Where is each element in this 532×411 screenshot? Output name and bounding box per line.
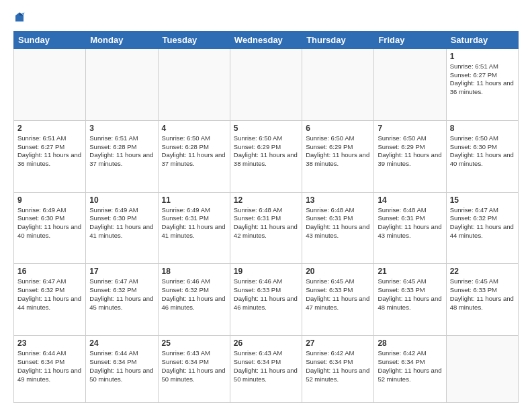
table-row: 2Sunrise: 6:51 AM Sunset: 6:27 PM Daylig… [14,120,86,192]
table-row: 21Sunrise: 6:45 AM Sunset: 6:33 PM Dayli… [374,264,446,336]
day-number: 27 [306,338,370,348]
table-row: 8Sunrise: 6:50 AM Sunset: 6:30 PM Daylig… [446,120,518,192]
logo-icon [13,11,26,24]
day-info: Sunrise: 6:43 AM Sunset: 6:34 PM Dayligh… [234,349,298,383]
col-saturday: Saturday [446,31,518,48]
day-number: 16 [17,267,82,276]
logo [13,11,28,24]
day-number: 10 [89,195,154,205]
day-number: 17 [89,267,154,276]
table-row: 20Sunrise: 6:45 AM Sunset: 6:33 PM Dayli… [302,264,374,336]
day-info: Sunrise: 6:51 AM Sunset: 6:28 PM Dayligh… [89,134,154,169]
table-row [302,48,374,120]
day-number: 5 [234,124,298,133]
day-info: Sunrise: 6:49 AM Sunset: 6:31 PM Dayligh… [162,206,226,240]
table-row: 14Sunrise: 6:48 AM Sunset: 6:31 PM Dayli… [374,192,446,264]
table-row [446,336,518,403]
day-number: 25 [162,338,226,348]
table-row: 22Sunrise: 6:45 AM Sunset: 6:33 PM Dayli… [446,264,518,336]
table-row: 26Sunrise: 6:43 AM Sunset: 6:34 PM Dayli… [230,336,302,403]
day-info: Sunrise: 6:50 AM Sunset: 6:28 PM Dayligh… [162,134,226,169]
day-info: Sunrise: 6:45 AM Sunset: 6:33 PM Dayligh… [306,277,370,312]
day-number: 4 [162,124,226,133]
calendar-week-row: 9Sunrise: 6:49 AM Sunset: 6:30 PM Daylig… [14,192,519,264]
table-row: 13Sunrise: 6:48 AM Sunset: 6:31 PM Dayli… [302,192,374,264]
calendar-week-row: 23Sunrise: 6:44 AM Sunset: 6:34 PM Dayli… [14,336,519,403]
col-friday: Friday [374,31,446,48]
day-info: Sunrise: 6:46 AM Sunset: 6:32 PM Dayligh… [162,277,226,312]
calendar-table: Sunday Monday Tuesday Wednesday Thursday… [13,31,519,403]
table-row: 3Sunrise: 6:51 AM Sunset: 6:28 PM Daylig… [86,120,158,192]
table-row: 18Sunrise: 6:46 AM Sunset: 6:32 PM Dayli… [158,264,230,336]
table-row: 5Sunrise: 6:50 AM Sunset: 6:29 PM Daylig… [230,120,302,192]
table-row: 1Sunrise: 6:51 AM Sunset: 6:27 PM Daylig… [446,48,518,120]
day-number: 6 [306,124,370,133]
day-info: Sunrise: 6:48 AM Sunset: 6:31 PM Dayligh… [306,206,370,240]
day-info: Sunrise: 6:47 AM Sunset: 6:32 PM Dayligh… [89,277,154,312]
calendar-week-row: 2Sunrise: 6:51 AM Sunset: 6:27 PM Daylig… [14,120,519,192]
calendar-week-row: 1Sunrise: 6:51 AM Sunset: 6:27 PM Daylig… [14,48,519,120]
table-row: 17Sunrise: 6:47 AM Sunset: 6:32 PM Dayli… [86,264,158,336]
day-info: Sunrise: 6:50 AM Sunset: 6:30 PM Dayligh… [450,134,515,169]
day-info: Sunrise: 6:49 AM Sunset: 6:30 PM Dayligh… [89,206,154,240]
table-row: 23Sunrise: 6:44 AM Sunset: 6:34 PM Dayli… [14,336,86,403]
table-row: 12Sunrise: 6:48 AM Sunset: 6:31 PM Dayli… [230,192,302,264]
col-tuesday: Tuesday [158,31,230,48]
day-number: 13 [306,195,370,205]
table-row [14,48,86,120]
table-row [230,48,302,120]
table-row: 7Sunrise: 6:50 AM Sunset: 6:29 PM Daylig… [374,120,446,192]
col-thursday: Thursday [302,31,374,48]
day-info: Sunrise: 6:42 AM Sunset: 6:34 PM Dayligh… [378,349,442,383]
table-row: 10Sunrise: 6:49 AM Sunset: 6:30 PM Dayli… [86,192,158,264]
day-info: Sunrise: 6:50 AM Sunset: 6:29 PM Dayligh… [306,134,370,169]
day-number: 3 [89,124,154,133]
day-info: Sunrise: 6:42 AM Sunset: 6:34 PM Dayligh… [306,349,370,383]
col-sunday: Sunday [14,31,86,48]
table-row: 19Sunrise: 6:46 AM Sunset: 6:33 PM Dayli… [230,264,302,336]
table-row: 6Sunrise: 6:50 AM Sunset: 6:29 PM Daylig… [302,120,374,192]
table-row [374,48,446,120]
day-number: 21 [378,267,442,276]
day-info: Sunrise: 6:51 AM Sunset: 6:27 PM Dayligh… [450,62,515,97]
day-info: Sunrise: 6:47 AM Sunset: 6:32 PM Dayligh… [17,277,82,312]
table-row: 28Sunrise: 6:42 AM Sunset: 6:34 PM Dayli… [374,336,446,403]
table-row: 16Sunrise: 6:47 AM Sunset: 6:32 PM Dayli… [14,264,86,336]
col-wednesday: Wednesday [230,31,302,48]
table-row: 15Sunrise: 6:47 AM Sunset: 6:32 PM Dayli… [446,192,518,264]
day-number: 19 [234,267,298,276]
day-info: Sunrise: 6:45 AM Sunset: 6:33 PM Dayligh… [378,277,442,312]
day-info: Sunrise: 6:44 AM Sunset: 6:34 PM Dayligh… [89,349,154,383]
day-info: Sunrise: 6:45 AM Sunset: 6:33 PM Dayligh… [450,277,515,312]
day-number: 22 [450,267,515,276]
day-number: 14 [378,195,442,205]
day-number: 18 [162,267,226,276]
day-number: 2 [17,124,82,133]
day-number: 7 [378,124,442,133]
table-row: 4Sunrise: 6:50 AM Sunset: 6:28 PM Daylig… [158,120,230,192]
day-info: Sunrise: 6:50 AM Sunset: 6:29 PM Dayligh… [234,134,298,169]
day-info: Sunrise: 6:46 AM Sunset: 6:33 PM Dayligh… [234,277,298,312]
day-info: Sunrise: 6:44 AM Sunset: 6:34 PM Dayligh… [17,349,82,383]
calendar-header-row: Sunday Monday Tuesday Wednesday Thursday… [14,31,519,48]
table-row [158,48,230,120]
day-number: 1 [450,52,515,61]
day-number: 12 [234,195,298,205]
day-number: 20 [306,267,370,276]
day-info: Sunrise: 6:49 AM Sunset: 6:30 PM Dayligh… [17,206,82,240]
day-number: 11 [162,195,226,205]
day-info: Sunrise: 6:50 AM Sunset: 6:29 PM Dayligh… [378,134,442,169]
page: Sunday Monday Tuesday Wednesday Thursday… [0,0,532,411]
day-info: Sunrise: 6:51 AM Sunset: 6:27 PM Dayligh… [17,134,82,169]
table-row: 27Sunrise: 6:42 AM Sunset: 6:34 PM Dayli… [302,336,374,403]
day-number: 24 [89,338,154,348]
table-row: 24Sunrise: 6:44 AM Sunset: 6:34 PM Dayli… [86,336,158,403]
table-row: 9Sunrise: 6:49 AM Sunset: 6:30 PM Daylig… [14,192,86,264]
calendar-week-row: 16Sunrise: 6:47 AM Sunset: 6:32 PM Dayli… [14,264,519,336]
table-row: 25Sunrise: 6:43 AM Sunset: 6:34 PM Dayli… [158,336,230,403]
header [13,11,519,24]
day-info: Sunrise: 6:43 AM Sunset: 6:34 PM Dayligh… [162,349,226,383]
day-number: 8 [450,124,515,133]
day-number: 15 [450,195,515,205]
table-row: 11Sunrise: 6:49 AM Sunset: 6:31 PM Dayli… [158,192,230,264]
